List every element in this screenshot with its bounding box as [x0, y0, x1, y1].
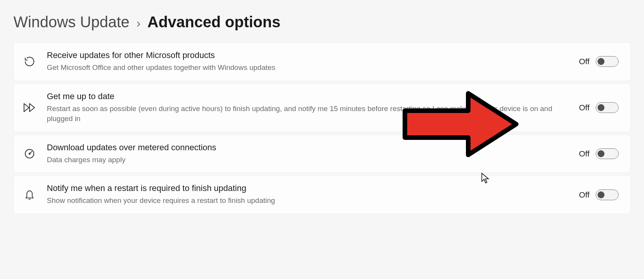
toggle-group: Off [579, 56, 619, 67]
bell-icon [21, 187, 38, 203]
toggle-state-label: Off [579, 103, 590, 112]
toggle-knob [598, 58, 604, 65]
setting-title: Receive updates for other Microsoft prod… [47, 50, 570, 60]
setting-title: Notify me when a restart is required to … [47, 183, 570, 193]
fast-forward-icon [21, 100, 38, 116]
setting-title: Download updates over metered connection… [47, 143, 570, 153]
toggle-state-label: Off [579, 190, 590, 199]
toggle-switch[interactable] [596, 102, 619, 113]
gauge-icon [21, 146, 38, 162]
history-icon [21, 53, 38, 70]
setting-text: Receive updates for other Microsoft prod… [47, 50, 570, 73]
setting-receive-updates-other-products[interactable]: Receive updates for other Microsoft prod… [13, 42, 631, 81]
setting-text: Get me up to date Restart as soon as pos… [47, 91, 570, 124]
setting-text: Download updates over metered connection… [47, 143, 570, 165]
toggle-knob [598, 150, 604, 157]
settings-list: Receive updates for other Microsoft prod… [0, 42, 644, 214]
toggle-state-label: Off [579, 149, 590, 158]
setting-get-me-up-to-date[interactable]: Get me up to date Restart as soon as pos… [13, 83, 631, 132]
setting-metered-connections[interactable]: Download updates over metered connection… [13, 135, 631, 173]
svg-line-2 [30, 151, 32, 154]
setting-notify-restart-required[interactable]: Notify me when a restart is required to … [13, 175, 631, 214]
setting-description: Show notification when your device requi… [47, 196, 570, 206]
setting-description: Data charges may apply [47, 155, 570, 165]
setting-description: Restart as soon as possible (even during… [47, 104, 570, 124]
toggle-knob [598, 104, 604, 111]
toggle-state-label: Off [579, 57, 590, 66]
toggle-switch[interactable] [596, 189, 619, 200]
toggle-group: Off [579, 189, 619, 200]
breadcrumb: Windows Update › Advanced options [0, 0, 644, 42]
setting-description: Get Microsoft Office and other updates t… [47, 63, 570, 73]
breadcrumb-parent[interactable]: Windows Update [13, 13, 129, 31]
toggle-group: Off [579, 148, 619, 159]
toggle-switch[interactable] [596, 148, 619, 159]
toggle-knob [598, 191, 604, 198]
setting-text: Notify me when a restart is required to … [47, 183, 570, 206]
toggle-group: Off [579, 102, 619, 113]
breadcrumb-current: Advanced options [147, 13, 281, 31]
setting-title: Get me up to date [47, 91, 570, 101]
toggle-switch[interactable] [596, 56, 619, 67]
chevron-right-icon: › [136, 16, 140, 30]
